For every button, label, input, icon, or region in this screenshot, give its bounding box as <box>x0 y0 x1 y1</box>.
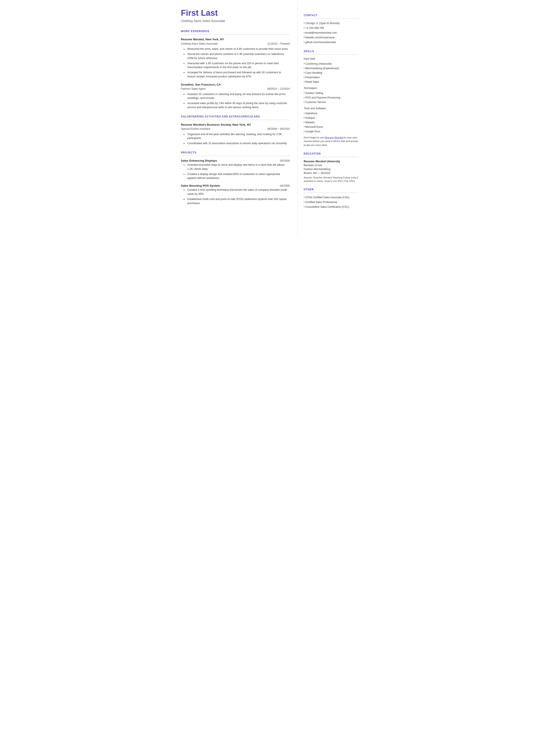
skill-item: Salesforce <box>304 111 358 116</box>
bullet-item: Invented innovative ways to stock and di… <box>183 163 290 171</box>
job-role-1: Clothing Store Sales Associate <box>181 42 218 46</box>
bullet-item: Stored the names and phone numbers of 2.… <box>183 52 290 60</box>
bullet-item: Organized end-of-the-year activities lik… <box>183 132 290 141</box>
bullet-item: Created a display design that enabled 80… <box>183 172 290 181</box>
project-block-2: Sales Boosting POS System 04/2009 Create… <box>181 183 290 205</box>
bullet-item: Interacted with 1.6K customers on the ph… <box>183 61 290 70</box>
skill-item: Customer Service <box>304 100 358 104</box>
job-date-1: 01/2015 – Present <box>268 42 290 46</box>
skill-item: Retail Sales <box>304 79 358 84</box>
edu-awards: Awards: Resume Worded Teaching Fellow (o… <box>304 176 358 183</box>
job-header-1: Resume Worded, New York, NY <box>181 37 290 42</box>
bullet-item: Measured the arms, waist, and chests of … <box>183 47 290 51</box>
other-list: CPSA Certified Sales Associate (CSA). Ce… <box>304 195 358 209</box>
bullet-item: Established credit card and point-of-sal… <box>183 197 290 205</box>
other-item: Consultative Sales Certification (CSC). <box>304 205 358 209</box>
skill-item: Presentation <box>304 75 358 79</box>
project-name-2: Sales Boosting POS System <box>181 183 220 188</box>
resume-header: First Last Clothing Store Sales Associat… <box>181 9 290 23</box>
volunteer-role-date-1: Special Events Assistant 06/2009 – 04/20… <box>181 127 290 132</box>
volunteer-role-1: Special Events Assistant <box>181 127 210 131</box>
skill-item: Hubspot <box>304 116 358 120</box>
contact-item-email: email@resumeworded.com <box>304 30 358 35</box>
tools-label: Tools and Software: <box>304 106 358 110</box>
job-role-date-2: Fashion Sales Agent 06/2010 – 12/2014 <box>181 87 290 92</box>
job-header-2: Growthsi, San Francisco, CA <box>181 83 290 87</box>
bullet-item: Assisted 1K customers in selecting and t… <box>183 92 290 100</box>
education-divider <box>304 157 358 157</box>
work-experience-heading: WORK EXPERIENCE <box>181 29 290 33</box>
job-date-2: 06/2010 – 12/2014 <box>267 87 290 91</box>
edu-school: Resume Worded University <box>304 159 358 164</box>
left-column: First Last Clothing Store Sales Associat… <box>171 0 298 237</box>
techniques-label: Techniques: <box>304 86 358 90</box>
project-date-2: 04/2009 <box>280 184 290 188</box>
projects-heading: PROJECTS <box>181 151 290 154</box>
skill-item: Microsoft Excel <box>304 125 358 129</box>
contact-item-location: Chicago, IL (Open to Remote) <box>304 21 358 26</box>
promo-block: Don't forget to use Resume Worded to sca… <box>304 136 358 147</box>
volunteer-block-1: Resume Worded's Business Society, New Yo… <box>181 123 290 146</box>
skills-heading: SKILLS <box>304 49 358 53</box>
edu-field: Fashion Merchandising <box>304 167 358 171</box>
promo-link[interactable]: Resume Worded <box>324 136 343 139</box>
contact-heading: CONTACT <box>304 14 358 17</box>
job-block-2: Growthsi, San Francisco, CA Fashion Sale… <box>181 83 290 109</box>
skill-item: Cashiering (Advanced) <box>304 61 358 66</box>
candidate-name: First Last <box>181 9 290 18</box>
contact-item-linkedin: linkedin.com/in/username <box>304 35 358 40</box>
project-block-1: Sales Enhancing Displays 05/2009 Invente… <box>181 159 290 180</box>
bullet-item: Coordinated with 15 association executiv… <box>183 141 290 146</box>
other-item: Certified Sales Professional. <box>304 200 358 205</box>
volunteer-date-1: 06/2009 – 04/2010 <box>267 127 290 131</box>
project-header-1: Sales Enhancing Displays 05/2009 <box>181 159 290 163</box>
job-role-2: Fashion Sales Agent <box>181 87 206 91</box>
volunteer-header-1: Resume Worded's Business Society, New Yo… <box>181 123 290 127</box>
resume-page: First Last Clothing Store Sales Associat… <box>171 0 365 237</box>
volunteering-heading: VOLUNTEERING ACTIVITIES AND EXTRACURRICU… <box>181 115 290 119</box>
edu-location: Boston, MA — 05/2010 <box>304 171 358 175</box>
skill-item: Marketo <box>304 120 358 125</box>
edu-degree: Bachelor of Arts <box>304 163 358 167</box>
skill-item: POS and Payment Processing <box>304 95 358 100</box>
project-header-2: Sales Boosting POS System 04/2009 <box>181 183 290 188</box>
skill-item: Merchandising (Experienced) <box>304 66 358 70</box>
job-company-2: Growthsi, San Francisco, CA <box>181 83 221 87</box>
other-divider <box>304 193 358 193</box>
tools-list: Salesforce Hubspot Marketo Microsoft Exc… <box>304 111 358 134</box>
contact-list: Chicago, IL (Open to Remote) +1-234-456-… <box>304 21 358 44</box>
skill-item: Google Docs <box>304 129 358 134</box>
right-column: CONTACT Chicago, IL (Open to Remote) +1-… <box>298 0 365 237</box>
bullet-item: Created a new upselling technique that b… <box>183 188 290 196</box>
other-item: CPSA Certified Sales Associate (CSA). <box>304 195 358 200</box>
volunteer-org-1: Resume Worded's Business Society, New Yo… <box>181 123 251 127</box>
volunteer-bullets-1: Organized end-of-the-year activities lik… <box>181 132 290 146</box>
job-role-date-1: Clothing Store Sales Associate 01/2015 –… <box>181 42 290 47</box>
job-block-1: Resume Worded, New York, NY Clothing Sto… <box>181 37 290 78</box>
job-bullets-1: Measured the arms, waist, and chests of … <box>181 47 290 78</box>
education-heading: EDUCATION <box>304 152 358 155</box>
hard-skills-label: Hard Skill: <box>304 57 358 61</box>
other-heading: OTHER <box>304 187 358 191</box>
promo-pre: Don't forget to use <box>304 136 325 139</box>
contact-item-github: github.com/resumeworded <box>304 40 358 44</box>
skill-item: Solution Selling <box>304 91 358 95</box>
bullet-item: Increased sales profits by 13% within 45… <box>183 101 290 109</box>
project-bullets-1: Invented innovative ways to stock and di… <box>181 163 290 180</box>
candidate-title: Clothing Store Sales Associate <box>181 18 290 23</box>
hard-skills-list: Cashiering (Advanced) Merchandising (Exp… <box>304 61 358 84</box>
bullet-item: Arranged for delivery of items purchased… <box>183 70 290 79</box>
techniques-list: Solution Selling POS and Payment Process… <box>304 91 358 104</box>
skill-item: Cash Handling <box>304 70 358 75</box>
job-company-1: Resume Worded, New York, NY <box>181 37 224 42</box>
project-name-1: Sales Enhancing Displays <box>181 159 217 163</box>
projects-divider <box>181 156 290 156</box>
project-date-1: 05/2009 <box>280 159 290 163</box>
contact-item-phone: +1-234-456-789 <box>304 26 358 30</box>
project-bullets-2: Created a new upselling technique that b… <box>181 188 290 205</box>
education-block: Resume Worded University Bachelor of Art… <box>304 159 358 183</box>
job-bullets-2: Assisted 1K customers in selecting and t… <box>181 92 290 109</box>
contact-divider <box>304 18 358 19</box>
